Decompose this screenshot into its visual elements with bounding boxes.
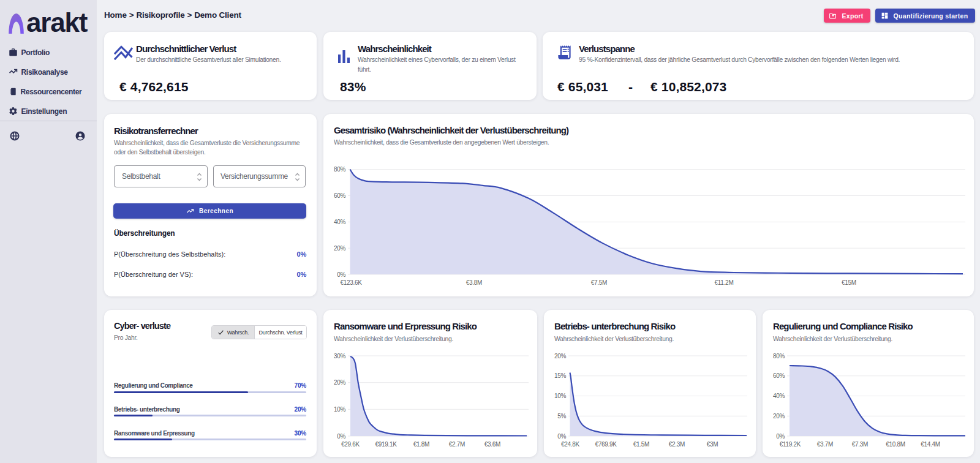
svg-text:€3.8M: €3.8M	[466, 279, 482, 286]
svg-text:€24.8K: €24.8K	[561, 441, 580, 448]
svg-text:€7.3M: €7.3M	[852, 441, 868, 448]
svg-text:20%: 20%	[773, 413, 785, 420]
svg-text:10%: 10%	[554, 393, 567, 399]
svg-text:40%: 40%	[773, 393, 785, 399]
svg-text:5%: 5%	[557, 413, 566, 420]
svg-text:0%: 0%	[776, 433, 785, 440]
svg-text:€123.6K: €123.6K	[340, 279, 362, 286]
svg-text:€3.6M: €3.6M	[484, 441, 500, 448]
svg-text:20%: 20%	[334, 379, 346, 386]
svg-text:60%: 60%	[773, 372, 785, 379]
svg-text:€14.4M: €14.4M	[921, 441, 940, 448]
svg-text:€7.5M: €7.5M	[591, 279, 607, 286]
svg-text:20%: 20%	[334, 245, 346, 252]
svg-text:30%: 30%	[334, 353, 346, 359]
svg-text:€29.6K: €29.6K	[341, 441, 360, 448]
svg-text:€1.5M: €1.5M	[633, 441, 649, 448]
svg-text:60%: 60%	[334, 192, 346, 199]
svg-text:€10.8M: €10.8M	[886, 441, 905, 448]
svg-text:80%: 80%	[773, 353, 785, 359]
svg-text:0%: 0%	[337, 271, 345, 278]
svg-text:€2.7M: €2.7M	[449, 441, 465, 448]
svg-text:15%: 15%	[554, 372, 567, 379]
svg-text:€2.3M: €2.3M	[669, 441, 685, 448]
svg-text:€3.7M: €3.7M	[817, 441, 833, 448]
svg-text:0%: 0%	[337, 433, 345, 440]
svg-text:€769.9K: €769.9K	[595, 441, 617, 448]
svg-text:20%: 20%	[554, 353, 567, 359]
svg-text:€1.8M: €1.8M	[413, 441, 429, 448]
svg-text:80%: 80%	[334, 166, 346, 173]
svg-text:40%: 40%	[334, 219, 346, 225]
svg-text:€3M: €3M	[707, 441, 718, 448]
svg-text:€15M: €15M	[842, 279, 856, 286]
svg-text:0%: 0%	[557, 433, 566, 440]
svg-text:€919.1K: €919.1K	[375, 441, 397, 448]
svg-text:€11.2M: €11.2M	[715, 279, 734, 286]
svg-text:€119.2K: €119.2K	[780, 441, 801, 448]
svg-text:10%: 10%	[334, 406, 346, 413]
